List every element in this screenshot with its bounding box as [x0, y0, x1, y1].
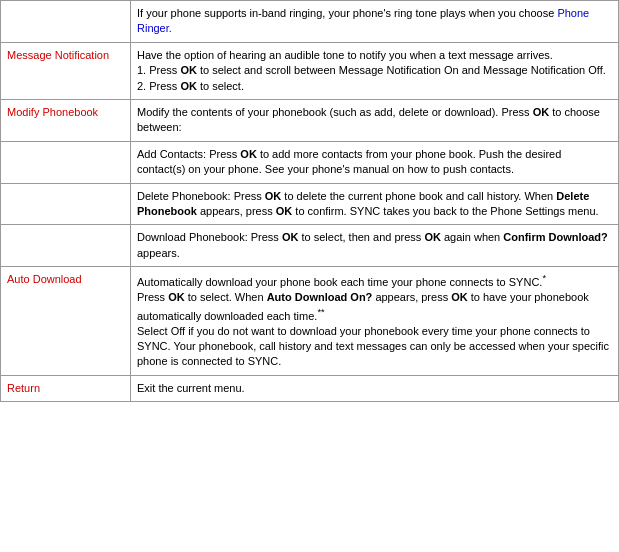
row-content-download-phonebook: Download Phonebook: Press OK to select, …	[131, 225, 619, 267]
row-label-add-contacts	[1, 141, 131, 183]
row-content-delete-phonebook: Delete Phonebook: Press OK to delete the…	[131, 183, 619, 225]
table-row: Download Phonebook: Press OK to select, …	[1, 225, 619, 267]
row-label-return: Return	[1, 375, 131, 401]
row-content-message-notification: Have the option of hearing an audible to…	[131, 42, 619, 99]
table-row: Message NotificationHave the option of h…	[1, 42, 619, 99]
row-label-delete-phonebook	[1, 183, 131, 225]
row-content-return: Exit the current menu.	[131, 375, 619, 401]
row-label-modify-phonebook: Modify Phonebook	[1, 99, 131, 141]
row-content-ring-tone: If your phone supports in-band ringing, …	[131, 1, 619, 43]
table-row: If your phone supports in-band ringing, …	[1, 1, 619, 43]
row-label-ring-tone	[1, 1, 131, 43]
settings-table: If your phone supports in-band ringing, …	[0, 0, 619, 402]
table-row: Auto DownloadAutomatically download your…	[1, 267, 619, 376]
row-label-auto-download: Auto Download	[1, 267, 131, 376]
row-content-modify-phonebook: Modify the contents of your phonebook (s…	[131, 99, 619, 141]
row-label-message-notification: Message Notification	[1, 42, 131, 99]
table-row: Add Contacts: Press OK to add more conta…	[1, 141, 619, 183]
table-row: Delete Phonebook: Press OK to delete the…	[1, 183, 619, 225]
row-content-auto-download: Automatically download your phone book e…	[131, 267, 619, 376]
row-content-add-contacts: Add Contacts: Press OK to add more conta…	[131, 141, 619, 183]
table-row: ReturnExit the current menu.	[1, 375, 619, 401]
table-row: Modify PhonebookModify the contents of y…	[1, 99, 619, 141]
row-label-download-phonebook	[1, 225, 131, 267]
